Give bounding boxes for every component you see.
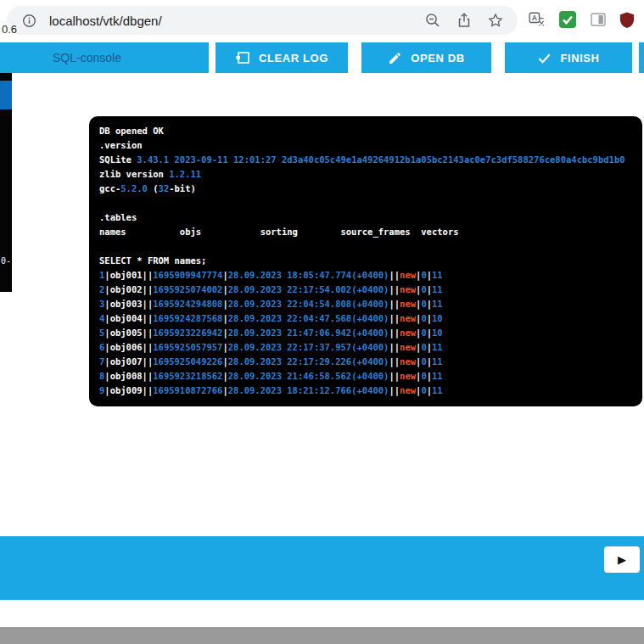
console-row: 8|obj008||1695923218562|28.09.2023 21:46… [99,369,632,384]
play-icon: ▶ [618,554,626,565]
open-db-button[interactable]: OPEN DB [361,42,491,73]
clear-log-button[interactable]: CLEAR LOG [216,42,348,73]
open-db-label: OPEN DB [411,52,464,64]
console-line [99,196,632,210]
console-row: 6|obj006||1695925057957|28.09.2023 22:17… [99,340,632,355]
split-window-icon[interactable] [590,11,607,28]
left-panel-strip: 0- [0,73,12,292]
pencil-icon [388,51,402,65]
toolbar-title-segment: SQL-console [0,42,209,73]
toolbar-right-sliver [639,42,644,73]
run-button[interactable]: ▶ [604,546,640,573]
console-line: names objs sorting source_frames vectors [99,225,632,239]
svg-text:A: A [532,14,538,22]
clear-log-icon [235,50,250,65]
toolbar-title: SQL-console [53,51,121,64]
bottom-action-bar: ▶ [0,536,644,600]
extensions-area: A [528,10,644,29]
finish-button[interactable]: FINISH [505,42,632,73]
share-icon[interactable] [454,10,474,31]
console-row: 4|obj004||1695924287568|28.09.2023 22:04… [99,311,632,326]
app-version-partial: 0.6 [2,23,17,36]
clear-log-label: CLEAR LOG [259,52,328,64]
console-row: 3|obj003||1695924294808|28.09.2023 22:04… [99,297,632,311]
console-line: zlib version 1.2.11 [99,167,632,182]
check-icon [537,51,552,65]
address-bar[interactable]: localhost/vtk/dbgen/ [7,6,518,35]
console-row: 7|obj007||1695925049226|28.09.2023 22:17… [99,355,632,369]
console-row: 1|obj001||1695909947774|28.09.2023 18:05… [99,268,632,283]
console-line: SELECT * FROM names; [99,254,632,268]
bookmark-star-icon[interactable] [485,10,506,31]
console-row: 9|obj009||1695910872766|28.09.2023 18:21… [99,384,632,398]
console-line: .tables [99,210,632,225]
left-panel-partial-text: 0- [1,256,11,266]
console-row: 5|obj005||1695923226942|28.09.2023 21:47… [99,326,632,340]
sql-console-log: DB opened OK.versionSQLite 3.43.1 2023-0… [89,116,642,406]
page-info-icon[interactable] [19,10,39,31]
zoom-out-icon[interactable] [423,10,443,31]
footer-strip [0,627,644,644]
extension-check-icon[interactable] [558,10,577,29]
console-line: gcc-5.2.0 (32-bit) [99,182,632,196]
page: localhost/vtk/dbgen/ A [0,0,644,644]
url-text[interactable]: localhost/vtk/dbgen/ [49,14,162,28]
finish-label: FINISH [560,52,599,64]
left-panel-accent[interactable] [0,81,12,109]
adblock-shield-icon[interactable] [619,11,635,29]
console-row: 2|obj002||1695925074002|28.09.2023 22:17… [99,283,632,297]
console-line: .version [99,138,632,153]
translate-icon[interactable]: A [528,11,546,29]
sql-toolbar: SQL-console CLEAR LOG OPEN DB FINISH [0,42,644,73]
console-line: DB opened OK [99,124,632,138]
browser-toolbar: localhost/vtk/dbgen/ A [0,0,644,41]
console-line: SQLite 3.43.1 2023-09-11 12:01:27 2d3a40… [99,153,632,167]
console-line [99,239,632,254]
